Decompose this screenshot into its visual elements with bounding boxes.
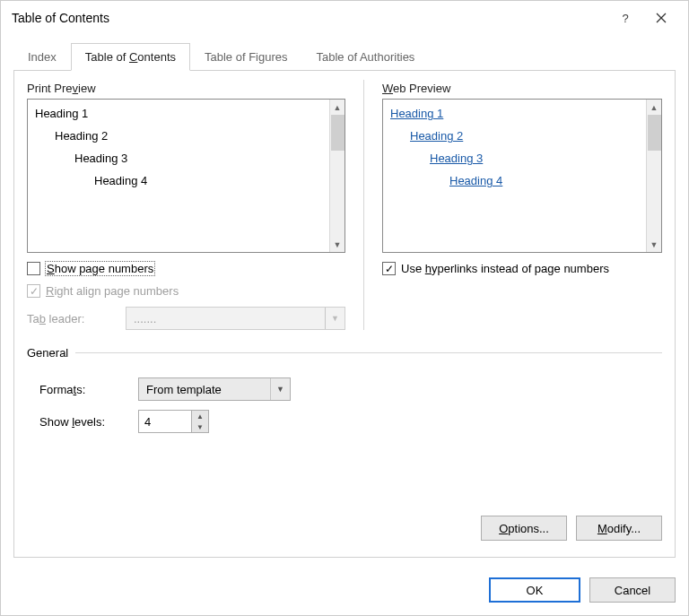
chevron-down-icon[interactable]: ▼ (270, 378, 290, 400)
formats-label: Formats: (39, 383, 129, 396)
tab-panel: Print Preview Heading 1 Heading 2 Headin… (13, 71, 676, 558)
print-heading-2: Heading 2 (55, 129, 322, 143)
use-hyperlinks-row[interactable]: Use hyperlinks instead of page numbers (382, 262, 662, 275)
toc-dialog: Table of Contents ? Index Table of Conte… (0, 0, 689, 616)
spin-down-icon[interactable]: ▼ (192, 421, 208, 432)
close-icon (656, 13, 667, 23)
use-hyperlinks-checkbox[interactable] (382, 262, 396, 275)
right-align-row: Right align page numbers (27, 284, 345, 298)
dialog-title: Table of Contents (12, 11, 607, 25)
show-levels-row: Show levels: ▲ ▼ (39, 410, 662, 433)
modify-button[interactable]: Modify... (576, 516, 662, 541)
tab-leader-combo: ....... ▼ (126, 307, 345, 330)
show-levels-label: Show levels: (39, 415, 129, 429)
web-preview-section: Web Preview Heading 1 Heading 2 Heading … (382, 82, 662, 330)
print-heading-3: Heading 3 (74, 152, 322, 165)
show-page-numbers-row[interactable]: Show page numbers (27, 262, 345, 275)
web-preview-scrollbar[interactable]: ▲ ▼ (646, 100, 661, 252)
cancel-button[interactable]: Cancel (589, 577, 676, 603)
scroll-down-icon[interactable]: ▼ (647, 237, 661, 252)
web-heading-2: Heading 2 (410, 129, 463, 143)
scroll-thumb[interactable] (331, 115, 344, 151)
use-hyperlinks-label: Use hyperlinks instead of page numbers (401, 262, 609, 275)
web-heading-4: Heading 4 (449, 174, 502, 187)
tab-toc[interactable]: Table of Contents (71, 43, 190, 71)
dialog-footer: OK Cancel (1, 568, 688, 615)
close-button[interactable] (643, 4, 679, 32)
right-align-checkbox (27, 284, 40, 298)
scroll-up-icon[interactable]: ▲ (647, 100, 661, 115)
print-preview-box: Heading 1 Heading 2 Heading 3 Heading 4 … (27, 99, 345, 253)
tab-strip: Index Table of Contents Table of Figures… (13, 42, 676, 71)
show-levels-spinner[interactable]: ▲ ▼ (138, 410, 209, 433)
formats-combo[interactable]: From template ▼ (138, 377, 291, 401)
tab-figures[interactable]: Table of Figures (190, 43, 302, 71)
print-preview-label: Print Preview (27, 82, 345, 95)
general-legend: General (27, 346, 68, 360)
web-heading-3: Heading 3 (430, 152, 483, 165)
print-heading-4: Heading 4 (94, 174, 322, 187)
spin-up-icon[interactable]: ▲ (192, 411, 208, 421)
show-page-numbers-checkbox[interactable] (27, 262, 40, 275)
tab-index[interactable]: Index (13, 43, 71, 71)
general-group: General (27, 346, 662, 360)
chevron-down-icon: ▼ (325, 308, 344, 329)
scroll-up-icon[interactable]: ▲ (330, 100, 344, 115)
web-heading-1: Heading 1 (390, 107, 443, 120)
options-button[interactable]: Options... (481, 516, 567, 541)
formats-row: Formats: From template ▼ (39, 377, 662, 401)
tab-leader-row: Tab leader: ....... ▼ (27, 307, 345, 330)
titlebar: Table of Contents ? (1, 1, 688, 35)
print-preview-section: Print Preview Heading 1 Heading 2 Headin… (27, 82, 345, 330)
tab-leader-label: Tab leader: (27, 312, 117, 325)
show-levels-input[interactable] (139, 411, 191, 432)
print-heading-1: Heading 1 (35, 107, 322, 120)
vertical-separator (363, 80, 364, 330)
right-align-label: Right align page numbers (46, 284, 179, 298)
web-preview-box: Heading 1 Heading 2 Heading 3 Heading 4 … (382, 99, 662, 253)
ok-button[interactable]: OK (489, 577, 580, 603)
print-preview-scrollbar[interactable]: ▲ ▼ (329, 100, 344, 252)
tab-authorities[interactable]: Table of Authorities (302, 43, 430, 71)
help-button[interactable]: ? (607, 4, 643, 32)
scroll-down-icon[interactable]: ▼ (330, 237, 344, 252)
scroll-thumb[interactable] (648, 115, 661, 151)
web-preview-label: Web Preview (382, 82, 662, 95)
show-page-numbers-label: Show page numbers (46, 262, 154, 275)
